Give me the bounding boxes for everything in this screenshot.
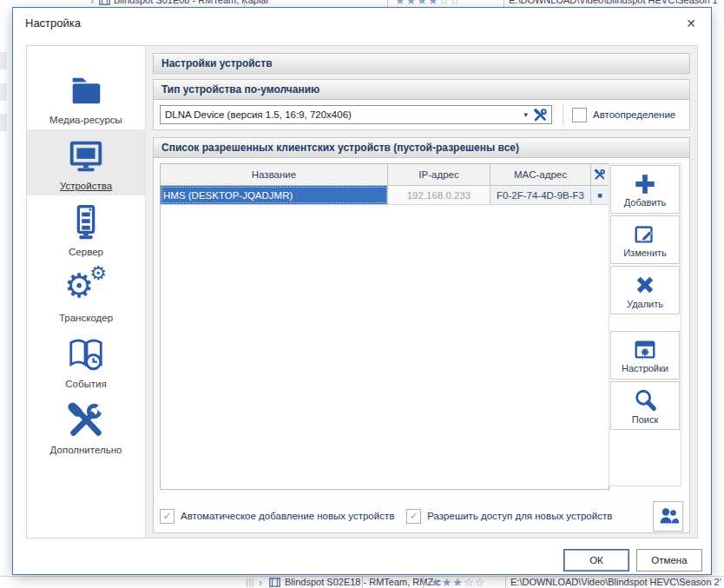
dialog-title: Настройка bbox=[25, 17, 81, 30]
sidebar-item-label: Транскодер bbox=[59, 313, 113, 323]
ok-button[interactable]: ОК bbox=[563, 549, 629, 571]
gears-icon: ⚙⚙ bbox=[63, 266, 109, 311]
delete-button[interactable]: Удалить bbox=[610, 266, 680, 314]
sidebar-item-label: Устройства bbox=[60, 181, 112, 191]
sidebar-item-events[interactable]: События bbox=[27, 327, 145, 393]
sidebar-item-devices[interactable]: Устройства bbox=[27, 129, 145, 195]
auto-add-label: Автоматическое добавление новых устройст… bbox=[181, 511, 394, 521]
background-list-stripe bbox=[0, 114, 7, 131]
column-divider bbox=[244, 0, 245, 7]
grip-icon: | | | bbox=[246, 578, 253, 587]
film-icon bbox=[269, 578, 280, 587]
clients-options-row: ✓ Автоматическое добавление новых устрой… bbox=[160, 500, 683, 532]
background-list-stripe bbox=[0, 52, 7, 69]
plus-icon bbox=[633, 172, 657, 196]
settings-sidebar: Медиа-ресурсы Устройства bbox=[27, 46, 146, 538]
chevron-right-icon: › bbox=[90, 0, 94, 7]
button-label: Настройки bbox=[622, 363, 668, 373]
button-label: Изменить bbox=[623, 248, 667, 258]
device-type-tools-icon[interactable] bbox=[531, 108, 550, 122]
chevron-right-icon: › bbox=[259, 577, 262, 588]
close-icon[interactable]: ✕ bbox=[681, 15, 701, 32]
column-divider bbox=[387, 0, 388, 7]
page-title: Настройки устройств bbox=[153, 53, 690, 74]
rating-stars: ★★★☆☆ bbox=[431, 576, 485, 588]
delete-x-icon bbox=[632, 272, 658, 298]
film-icon bbox=[99, 0, 110, 5]
column-header-mac[interactable]: MAC-адрес bbox=[490, 164, 591, 185]
sidebar-item-label: Дополнительно bbox=[50, 445, 122, 455]
client-mac-cell[interactable]: F0-2F-74-4D-9B-F3 bbox=[490, 186, 591, 204]
column-header-name[interactable]: Название bbox=[161, 164, 388, 185]
column-divider bbox=[504, 0, 504, 7]
button-label: Поиск bbox=[632, 414, 658, 425]
allowed-clients-group: Список разрешенных клиентских устройств … bbox=[153, 137, 690, 533]
server-icon bbox=[63, 200, 109, 245]
edit-icon bbox=[633, 222, 657, 247]
media-item-path: E:\DOWNLOAD\Video\Blindspot HEVC\Season … bbox=[510, 577, 721, 587]
settings-panel: Медиа-ресурсы Устройства bbox=[26, 45, 698, 538]
sidebar-item-label: Медиа-ресурсы bbox=[49, 115, 122, 125]
group-title: Список разрешенных клиентских устройств … bbox=[154, 138, 689, 158]
group-title: Тип устройства по-умолчанию bbox=[154, 80, 689, 100]
allow-access-label: Разрешить доступ для новых устройств bbox=[427, 511, 612, 521]
background-media-row-bottom: | | | › Blindspot S02E18 - RMTeam, RMZ.c… bbox=[0, 576, 724, 588]
rating-stars: ★★★★☆☆ bbox=[395, 0, 461, 7]
autodetect-checkbox[interactable] bbox=[572, 108, 587, 122]
screen: › Blindspot S01E08 - RMTeam, Kapiar ★★★★… bbox=[0, 0, 724, 588]
users-button[interactable] bbox=[653, 501, 683, 532]
sidebar-item-advanced[interactable]: Дополнительно bbox=[27, 393, 145, 459]
add-button[interactable]: Добавить bbox=[610, 165, 680, 214]
sidebar-item-transcoder[interactable]: ⚙⚙ Транскодер bbox=[27, 261, 145, 327]
search-button[interactable]: Поиск bbox=[610, 381, 680, 430]
client-ip-cell[interactable]: 192.168.0.233 bbox=[388, 186, 490, 204]
clients-table-header: Название IP-адрес MAC-адрес bbox=[161, 164, 609, 186]
monitor-icon bbox=[63, 134, 109, 179]
edit-button[interactable]: Изменить bbox=[610, 215, 680, 264]
column-divider bbox=[362, 576, 363, 588]
autodetect-label: Автоопределение bbox=[593, 109, 675, 120]
search-icon bbox=[632, 387, 658, 413]
cancel-button[interactable]: Отмена bbox=[636, 549, 702, 571]
client-settings-button[interactable]: Настройки bbox=[610, 331, 680, 380]
client-actions-panel: Добавить Изменить bbox=[609, 163, 681, 486]
clients-table: Название IP-адрес MAC-адрес bbox=[160, 163, 609, 490]
device-type-select[interactable]: DLNA Device (версия 1.5, 16:9, 720x406) … bbox=[160, 105, 552, 124]
sidebar-item-server[interactable]: Сервер bbox=[27, 195, 145, 261]
sidebar-item-label: Сервер bbox=[69, 247, 103, 257]
background-media-row-top: › Blindspot S01E08 - RMTeam, Kapiar ★★★★… bbox=[0, 0, 724, 7]
media-item-title: Blindspot S01E08 - RMTeam, Kapiar bbox=[114, 0, 269, 5]
settings-window-icon bbox=[633, 338, 657, 362]
divider bbox=[563, 103, 563, 126]
sidebar-item-media-resources[interactable]: Медиа-ресурсы bbox=[27, 63, 145, 129]
dialog-titlebar[interactable]: Настройка ✕ bbox=[13, 8, 711, 39]
column-header-ip[interactable]: IP-адрес bbox=[388, 164, 490, 185]
device-type-value: DLNA Device (версия 1.5, 16:9, 720x406) bbox=[165, 109, 520, 120]
media-item-path: E:\DOWNLOAD\Video\Blindspot HEVC\Season … bbox=[509, 0, 718, 5]
client-marker-icon[interactable]: ■ bbox=[591, 186, 609, 204]
allow-access-checkbox[interactable]: ✓ bbox=[406, 509, 421, 524]
users-icon bbox=[657, 505, 680, 527]
chevron-down-icon[interactable]: ▾ bbox=[520, 110, 531, 119]
settings-dialog: Настройка ✕ Медиа-ресурсы bbox=[12, 7, 712, 575]
devices-settings-page: Настройки устройств Тип устройства по-ум… bbox=[146, 46, 697, 538]
table-row[interactable]: HMS (DESKTOP-JQADJMR) 192.168.0.233 F0-2… bbox=[161, 186, 609, 205]
background-list-stripe bbox=[0, 83, 7, 101]
column-divider bbox=[505, 576, 506, 588]
column-header-tools-icon[interactable] bbox=[591, 164, 609, 185]
button-label: Добавить bbox=[624, 197, 667, 208]
book-clock-icon bbox=[63, 332, 109, 377]
column-divider bbox=[423, 576, 424, 588]
client-name-cell[interactable]: HMS (DESKTOP-JQADJMR) bbox=[161, 186, 388, 204]
folder-icon bbox=[63, 68, 109, 113]
tools-icon bbox=[63, 398, 109, 443]
sidebar-item-label: События bbox=[65, 379, 106, 389]
auto-add-checkbox[interactable]: ✓ bbox=[160, 509, 174, 524]
button-label: Удалить bbox=[627, 299, 663, 309]
default-device-type-group: Тип устройства по-умолчанию DLNA Device … bbox=[153, 79, 690, 130]
